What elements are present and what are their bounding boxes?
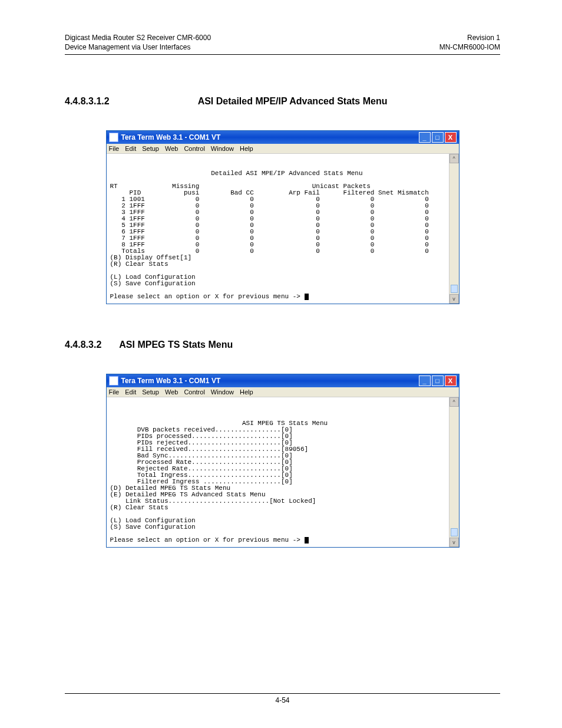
page-number: 4-54 xyxy=(275,696,289,704)
doc-header-left-line2: Device Management via User Interfaces xyxy=(65,42,211,52)
menu-web[interactable]: Web xyxy=(165,388,178,396)
chevron-down-icon: v xyxy=(452,539,455,545)
minimize-icon: _ xyxy=(422,377,426,384)
header-divider xyxy=(65,54,500,55)
terminal-window-2: Tera Term Web 3.1 - COM1 VT _ □ X File E… xyxy=(106,374,459,548)
terminal-window-1: Tera Term Web 3.1 - COM1 VT _ □ X File E… xyxy=(106,130,459,304)
app-icon xyxy=(109,376,118,386)
scroll-thumb[interactable] xyxy=(451,285,458,293)
close-icon: X xyxy=(448,134,452,141)
maximize-button[interactable]: □ xyxy=(432,375,444,386)
menu-file[interactable]: File xyxy=(109,388,120,396)
scroll-down-button[interactable]: v xyxy=(449,294,459,304)
chevron-up-icon: ^ xyxy=(452,399,455,405)
menu-edit[interactable]: Edit xyxy=(125,145,136,152)
doc-header-left-line1: Digicast Media Router S2 Receiver CMR-60… xyxy=(65,33,211,42)
terminal-body-2: ^ v ASI MPEG TS Stats Menu DVB packets r… xyxy=(107,397,459,547)
footer-divider xyxy=(65,693,500,694)
scroll-down-button[interactable]: v xyxy=(449,538,459,547)
menu-setup[interactable]: Setup xyxy=(142,145,159,152)
window-title: Tera Term Web 3.1 - COM1 VT xyxy=(121,377,419,385)
titlebar[interactable]: Tera Term Web 3.1 - COM1 VT _ □ X xyxy=(107,131,459,144)
scrollbar[interactable]: ^ v xyxy=(449,397,459,547)
page-footer: 4-54 xyxy=(65,693,500,704)
menu-control[interactable]: Control xyxy=(184,145,204,152)
menubar: File Edit Setup Web Control Window Help xyxy=(107,144,459,154)
app-icon xyxy=(109,133,118,142)
chevron-up-icon: ^ xyxy=(452,156,455,162)
menu-help[interactable]: Help xyxy=(240,388,253,396)
terminal-output-2: ASI MPEG TS Stats Menu DVB packets recei… xyxy=(110,401,459,543)
close-button[interactable]: X xyxy=(445,375,457,386)
menu-window[interactable]: Window xyxy=(211,388,234,396)
section-number-1: 4.4.8.3.1.2 xyxy=(65,96,110,107)
cursor-icon xyxy=(305,294,309,300)
doc-header: Digicast Media Router S2 Receiver CMR-60… xyxy=(65,33,500,52)
menu-control[interactable]: Control xyxy=(184,388,204,396)
maximize-button[interactable]: □ xyxy=(432,132,444,143)
menu-window[interactable]: Window xyxy=(211,145,234,152)
scrollbar[interactable]: ^ v xyxy=(449,154,459,304)
terminal-output-1: Detailed ASI MPE/IP Advanced Stats Menu … xyxy=(110,157,459,300)
cursor-icon xyxy=(305,537,309,543)
close-button[interactable]: X xyxy=(445,132,457,143)
menu-setup[interactable]: Setup xyxy=(142,388,159,396)
section-title-2: ASI MPEG TS Stats Menu xyxy=(119,340,233,350)
doc-header-right-line1: Revision 1 xyxy=(439,33,500,42)
scroll-up-button[interactable]: ^ xyxy=(449,154,459,163)
window-title: Tera Term Web 3.1 - COM1 VT xyxy=(121,133,419,141)
chevron-down-icon: v xyxy=(452,296,455,302)
minimize-button[interactable]: _ xyxy=(419,132,431,143)
menubar: File Edit Setup Web Control Window Help xyxy=(107,387,459,397)
section-number-2: 4.4.8.3.2 xyxy=(65,340,101,350)
close-icon: X xyxy=(448,377,452,384)
minimize-icon: _ xyxy=(422,134,426,141)
menu-file[interactable]: File xyxy=(109,145,120,152)
section-heading-2: 4.4.8.3.2 ASI MPEG TS Stats Menu xyxy=(65,340,500,350)
maximize-icon: □ xyxy=(435,134,439,141)
section-title-1: ASI Detailed MPE/IP Advanced Stats Menu xyxy=(198,96,388,107)
scroll-thumb[interactable] xyxy=(451,528,458,536)
maximize-icon: □ xyxy=(435,377,439,384)
minimize-button[interactable]: _ xyxy=(419,375,431,386)
section-heading-1: 4.4.8.3.1.2 ASI Detailed MPE/IP Advanced… xyxy=(65,96,500,107)
scroll-up-button[interactable]: ^ xyxy=(449,397,459,407)
terminal-body-1: ^ v Detailed ASI MPE/IP Advanced Stats M… xyxy=(107,154,459,304)
menu-edit[interactable]: Edit xyxy=(125,388,136,396)
menu-web[interactable]: Web xyxy=(165,145,178,152)
menu-help[interactable]: Help xyxy=(240,145,253,152)
doc-header-right-line2: MN-CMR6000-IOM xyxy=(439,42,500,52)
titlebar[interactable]: Tera Term Web 3.1 - COM1 VT _ □ X xyxy=(107,374,459,387)
